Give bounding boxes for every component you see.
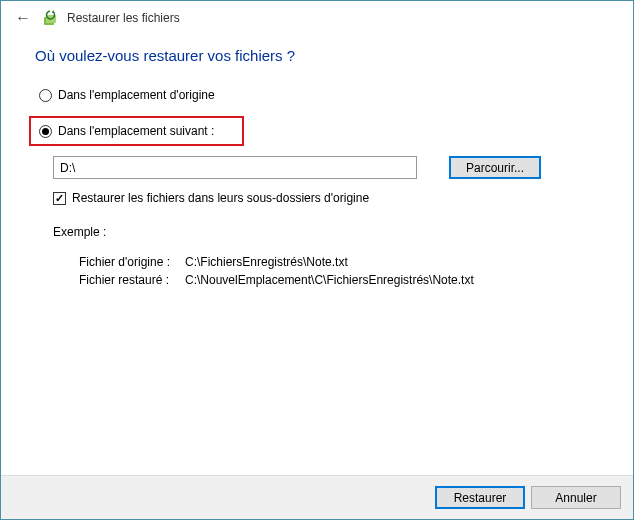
- browse-button[interactable]: Parcourir...: [449, 156, 541, 179]
- back-arrow-icon[interactable]: ←: [11, 9, 35, 27]
- main-heading: Où voulez-vous restaurer vos fichiers ?: [35, 47, 605, 64]
- subfolder-checkbox-label: Restaurer les fichiers dans leurs sous-d…: [72, 191, 369, 205]
- footer-bar: Restaurer Annuler: [1, 475, 633, 519]
- subfolder-checkbox-row[interactable]: Restaurer les fichiers dans leurs sous-d…: [53, 191, 605, 205]
- cancel-button[interactable]: Annuler: [531, 486, 621, 509]
- example-block: Exemple : Fichier d'origine : C:\Fichier…: [53, 225, 605, 289]
- header-bar: ← Restaurer les fichiers: [1, 1, 633, 35]
- window-title: Restaurer les fichiers: [67, 11, 180, 25]
- content-area: Où voulez-vous restaurer vos fichiers ? …: [1, 35, 633, 475]
- example-restored-path: C:\NouvelEmplacement\C\FichiersEnregistr…: [185, 271, 474, 289]
- example-original-row: Fichier d'origine : C:\FichiersEnregistr…: [79, 253, 605, 271]
- path-row: Parcourir...: [53, 156, 605, 179]
- radio-custom-label: Dans l'emplacement suivant :: [58, 124, 214, 138]
- subfolder-checkbox[interactable]: [53, 192, 66, 205]
- radio-option-original[interactable]: Dans l'emplacement d'origine: [35, 86, 605, 104]
- path-input[interactable]: [53, 156, 417, 179]
- example-original-path: C:\FichiersEnregistrés\Note.txt: [185, 253, 348, 271]
- radio-option-custom[interactable]: Dans l'emplacement suivant :: [35, 122, 218, 140]
- restore-button[interactable]: Restaurer: [435, 486, 525, 509]
- example-restored-row: Fichier restauré : C:\NouvelEmplacement\…: [79, 271, 605, 289]
- example-restored-label: Fichier restauré :: [79, 271, 185, 289]
- radio-original-label: Dans l'emplacement d'origine: [58, 88, 215, 102]
- restore-icon: [43, 10, 59, 26]
- highlighted-option: Dans l'emplacement suivant :: [29, 116, 244, 146]
- example-lines: Fichier d'origine : C:\FichiersEnregistr…: [79, 253, 605, 289]
- radio-original-icon[interactable]: [39, 89, 52, 102]
- example-original-label: Fichier d'origine :: [79, 253, 185, 271]
- example-title: Exemple :: [53, 225, 605, 239]
- radio-custom-icon[interactable]: [39, 125, 52, 138]
